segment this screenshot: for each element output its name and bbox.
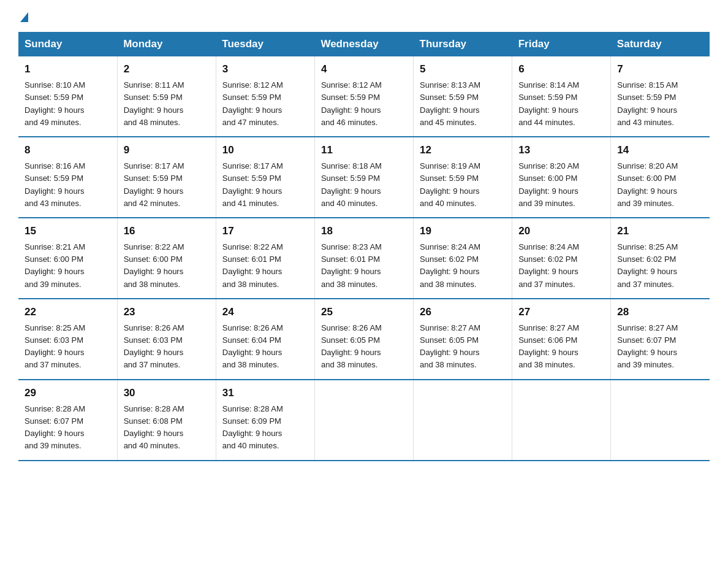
- day-info: Sunrise: 8:21 AMSunset: 6:00 PMDaylight:…: [25, 241, 111, 291]
- col-header-saturday: Saturday: [611, 32, 710, 56]
- calendar-cell: 15 Sunrise: 8:21 AMSunset: 6:00 PMDaylig…: [18, 218, 117, 299]
- day-info: Sunrise: 8:19 AMSunset: 5:59 PMDaylight:…: [420, 160, 506, 210]
- day-number: 24: [222, 304, 308, 320]
- calendar-cell: 17 Sunrise: 8:22 AMSunset: 6:01 PMDaylig…: [216, 218, 314, 299]
- day-info: Sunrise: 8:22 AMSunset: 6:01 PMDaylight:…: [222, 241, 308, 291]
- day-number: 20: [518, 223, 604, 239]
- calendar-cell: 21 Sunrise: 8:25 AMSunset: 6:02 PMDaylig…: [611, 218, 710, 299]
- calendar-cell: 30 Sunrise: 8:28 AMSunset: 6:08 PMDaylig…: [117, 380, 216, 461]
- day-number: 26: [420, 304, 506, 320]
- day-info: Sunrise: 8:12 AMSunset: 5:59 PMDaylight:…: [321, 79, 407, 129]
- calendar-cell: 6 Sunrise: 8:14 AMSunset: 5:59 PMDayligh…: [512, 56, 611, 137]
- day-number: 18: [321, 223, 407, 239]
- day-info: Sunrise: 8:26 AMSunset: 6:03 PMDaylight:…: [124, 322, 210, 372]
- calendar-cell: 11 Sunrise: 8:18 AMSunset: 5:59 PMDaylig…: [314, 137, 413, 218]
- day-info: Sunrise: 8:25 AMSunset: 6:02 PMDaylight:…: [617, 241, 703, 291]
- day-info: Sunrise: 8:13 AMSunset: 5:59 PMDaylight:…: [420, 79, 506, 129]
- day-info: Sunrise: 8:10 AMSunset: 5:59 PMDaylight:…: [25, 79, 111, 129]
- day-info: Sunrise: 8:22 AMSunset: 6:00 PMDaylight:…: [124, 241, 210, 291]
- logo-triangle-icon: [20, 12, 28, 22]
- day-number: 22: [25, 304, 111, 320]
- day-info: Sunrise: 8:11 AMSunset: 5:59 PMDaylight:…: [124, 79, 210, 129]
- day-number: 2: [124, 61, 210, 77]
- calendar-cell: 12 Sunrise: 8:19 AMSunset: 5:59 PMDaylig…: [414, 137, 512, 218]
- calendar-cell: 4 Sunrise: 8:12 AMSunset: 5:59 PMDayligh…: [314, 56, 413, 137]
- day-info: Sunrise: 8:17 AMSunset: 5:59 PMDaylight:…: [222, 160, 308, 210]
- day-info: Sunrise: 8:23 AMSunset: 6:01 PMDaylight:…: [321, 241, 407, 291]
- calendar-cell: 28 Sunrise: 8:27 AMSunset: 6:07 PMDaylig…: [611, 299, 710, 380]
- day-number: 25: [321, 304, 407, 320]
- calendar-table: SundayMondayTuesdayWednesdayThursdayFrid…: [18, 32, 710, 461]
- calendar-cell: 26 Sunrise: 8:27 AMSunset: 6:05 PMDaylig…: [414, 299, 512, 380]
- calendar-cell: 24 Sunrise: 8:26 AMSunset: 6:04 PMDaylig…: [216, 299, 314, 380]
- day-info: Sunrise: 8:28 AMSunset: 6:09 PMDaylight:…: [222, 403, 308, 453]
- calendar-cell: 8 Sunrise: 8:16 AMSunset: 5:59 PMDayligh…: [18, 137, 117, 218]
- day-info: Sunrise: 8:28 AMSunset: 6:08 PMDaylight:…: [124, 403, 210, 453]
- day-number: 5: [420, 61, 506, 77]
- calendar-cell: 7 Sunrise: 8:15 AMSunset: 5:59 PMDayligh…: [611, 56, 710, 137]
- calendar-week-row: 15 Sunrise: 8:21 AMSunset: 6:00 PMDaylig…: [18, 218, 710, 299]
- calendar-cell: 16 Sunrise: 8:22 AMSunset: 6:00 PMDaylig…: [117, 218, 216, 299]
- day-info: Sunrise: 8:28 AMSunset: 6:07 PMDaylight:…: [25, 403, 111, 453]
- logo: [18, 12, 28, 21]
- calendar-cell: 9 Sunrise: 8:17 AMSunset: 5:59 PMDayligh…: [117, 137, 216, 218]
- day-info: Sunrise: 8:27 AMSunset: 6:06 PMDaylight:…: [518, 322, 604, 372]
- day-info: Sunrise: 8:12 AMSunset: 5:59 PMDaylight:…: [222, 79, 308, 129]
- calendar-cell: 1 Sunrise: 8:10 AMSunset: 5:59 PMDayligh…: [18, 56, 117, 137]
- col-header-thursday: Thursday: [414, 32, 512, 56]
- col-header-monday: Monday: [117, 32, 216, 56]
- col-header-friday: Friday: [512, 32, 611, 56]
- day-number: 17: [222, 223, 308, 239]
- day-number: 28: [617, 304, 703, 320]
- day-number: 15: [25, 223, 111, 239]
- day-number: 1: [25, 61, 111, 77]
- calendar-cell: 14 Sunrise: 8:20 AMSunset: 6:00 PMDaylig…: [611, 137, 710, 218]
- day-number: 11: [321, 142, 407, 158]
- calendar-cell: 31 Sunrise: 8:28 AMSunset: 6:09 PMDaylig…: [216, 380, 314, 461]
- calendar-cell: [512, 380, 611, 461]
- day-number: 4: [321, 61, 407, 77]
- calendar-header-row: SundayMondayTuesdayWednesdayThursdayFrid…: [18, 32, 710, 56]
- day-number: 14: [617, 142, 703, 158]
- day-info: Sunrise: 8:26 AMSunset: 6:04 PMDaylight:…: [222, 322, 308, 372]
- col-header-wednesday: Wednesday: [314, 32, 413, 56]
- calendar-cell: 20 Sunrise: 8:24 AMSunset: 6:02 PMDaylig…: [512, 218, 611, 299]
- day-number: 16: [124, 223, 210, 239]
- calendar-cell: 10 Sunrise: 8:17 AMSunset: 5:59 PMDaylig…: [216, 137, 314, 218]
- calendar-cell: 18 Sunrise: 8:23 AMSunset: 6:01 PMDaylig…: [314, 218, 413, 299]
- day-number: 6: [518, 61, 604, 77]
- calendar-cell: [314, 380, 413, 461]
- calendar-cell: 13 Sunrise: 8:20 AMSunset: 6:00 PMDaylig…: [512, 137, 611, 218]
- day-number: 8: [25, 142, 111, 158]
- calendar-week-row: 22 Sunrise: 8:25 AMSunset: 6:03 PMDaylig…: [18, 299, 710, 380]
- calendar-week-row: 1 Sunrise: 8:10 AMSunset: 5:59 PMDayligh…: [18, 56, 710, 137]
- day-info: Sunrise: 8:27 AMSunset: 6:05 PMDaylight:…: [420, 322, 506, 372]
- calendar-cell: 5 Sunrise: 8:13 AMSunset: 5:59 PMDayligh…: [414, 56, 512, 137]
- day-number: 29: [25, 385, 111, 401]
- calendar-cell: 25 Sunrise: 8:26 AMSunset: 6:05 PMDaylig…: [314, 299, 413, 380]
- calendar-week-row: 8 Sunrise: 8:16 AMSunset: 5:59 PMDayligh…: [18, 137, 710, 218]
- day-number: 27: [518, 304, 604, 320]
- day-number: 21: [617, 223, 703, 239]
- page-header: [18, 12, 710, 21]
- day-info: Sunrise: 8:16 AMSunset: 5:59 PMDaylight:…: [25, 160, 111, 210]
- day-info: Sunrise: 8:27 AMSunset: 6:07 PMDaylight:…: [617, 322, 703, 372]
- day-info: Sunrise: 8:18 AMSunset: 5:59 PMDaylight:…: [321, 160, 407, 210]
- day-number: 3: [222, 61, 308, 77]
- day-number: 23: [124, 304, 210, 320]
- day-info: Sunrise: 8:17 AMSunset: 5:59 PMDaylight:…: [124, 160, 210, 210]
- day-info: Sunrise: 8:24 AMSunset: 6:02 PMDaylight:…: [518, 241, 604, 291]
- calendar-cell: 19 Sunrise: 8:24 AMSunset: 6:02 PMDaylig…: [414, 218, 512, 299]
- calendar-cell: [414, 380, 512, 461]
- day-info: Sunrise: 8:14 AMSunset: 5:59 PMDaylight:…: [518, 79, 604, 129]
- day-number: 12: [420, 142, 506, 158]
- col-header-sunday: Sunday: [18, 32, 117, 56]
- day-info: Sunrise: 8:25 AMSunset: 6:03 PMDaylight:…: [25, 322, 111, 372]
- calendar-cell: 23 Sunrise: 8:26 AMSunset: 6:03 PMDaylig…: [117, 299, 216, 380]
- day-number: 31: [222, 385, 308, 401]
- calendar-cell: 22 Sunrise: 8:25 AMSunset: 6:03 PMDaylig…: [18, 299, 117, 380]
- calendar-cell: 29 Sunrise: 8:28 AMSunset: 6:07 PMDaylig…: [18, 380, 117, 461]
- day-number: 19: [420, 223, 506, 239]
- day-info: Sunrise: 8:26 AMSunset: 6:05 PMDaylight:…: [321, 322, 407, 372]
- day-number: 13: [518, 142, 604, 158]
